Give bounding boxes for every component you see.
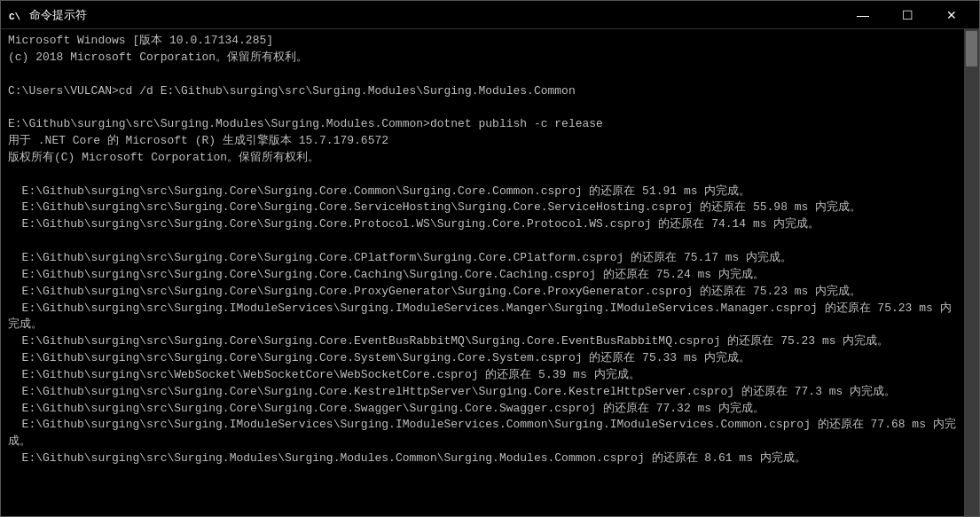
console-line: Microsoft Windows [版本 10.0.17134.285] [8, 33, 957, 50]
console-line [8, 67, 957, 83]
console-line: (c) 2018 Microsoft Corporation。保留所有权利。 [8, 50, 957, 67]
console-line: E:\Github\surging\src\Surging.Modules\Su… [8, 450, 957, 467]
console-line: 版权所有(C) Microsoft Corporation。保留所有权利。 [8, 150, 957, 167]
scrollbar[interactable] [964, 29, 979, 516]
console-line: E:\Github\surging\src\Surging.Core\Surgi… [8, 267, 957, 284]
console-line: E:\Github\surging\src\Surging.Core\Surgi… [8, 250, 957, 267]
console-line [8, 167, 957, 184]
console-line: 用于 .NET Core 的 Microsoft (R) 生成引擎版本 15.7… [8, 133, 957, 150]
maximize-button[interactable]: ☐ [887, 3, 928, 27]
svg-text:C\: C\ [9, 12, 21, 22]
window-controls: — ☐ ✕ [843, 3, 972, 27]
console-line: E:\Github\surging\src\Surging.Core\Surgi… [8, 284, 957, 301]
console-line: C:\Users\VULCAN>cd /d E:\Github\surging\… [8, 83, 957, 100]
console-line: E:\Github\surging\src\Surging.Core\Surgi… [8, 216, 957, 233]
console-line: E:\Github\surging\src\Surging.IModuleSer… [8, 301, 957, 334]
console-line: E:\Github\surging\src\Surging.Core\Surgi… [8, 333, 957, 350]
console-line: E:\Github\surging\src\Surging.Core\Surgi… [8, 184, 957, 200]
console-line: E:\Github\surging\src\Surging.IModuleSer… [8, 417, 957, 450]
console-line [8, 233, 957, 250]
title-bar: C\ 命令提示符 — ☐ ✕ [1, 1, 979, 29]
cmd-window: C\ 命令提示符 — ☐ ✕ Microsoft Windows [版本 10.… [0, 0, 980, 517]
window-title: 命令提示符 [29, 7, 87, 23]
console-line [8, 99, 957, 116]
console-line: E:\Github\surging\src\WebSocket\WebSocke… [8, 367, 957, 384]
console-area: Microsoft Windows [版本 10.0.17134.285](c)… [1, 29, 979, 516]
minimize-button[interactable]: — [843, 3, 883, 27]
title-bar-left: C\ 命令提示符 [8, 7, 87, 23]
scrollbar-thumb[interactable] [966, 31, 977, 67]
console-content: Microsoft Windows [版本 10.0.17134.285](c)… [1, 29, 964, 516]
console-line: E:\Github\surging\src\Surging.Core\Surgi… [8, 200, 957, 216]
console-line: E:\Github\surging\src\Surging.Core\Surgi… [8, 350, 957, 367]
cmd-icon: C\ [8, 8, 22, 22]
console-line: E:\Github\surging\src\Surging.Core\Surgi… [8, 384, 957, 401]
console-line: E:\Github\surging\src\Surging.Core\Surgi… [8, 401, 957, 418]
console-line: E:\Github\surging\src\Surging.Modules\Su… [8, 116, 957, 133]
close-button[interactable]: ✕ [931, 3, 972, 27]
